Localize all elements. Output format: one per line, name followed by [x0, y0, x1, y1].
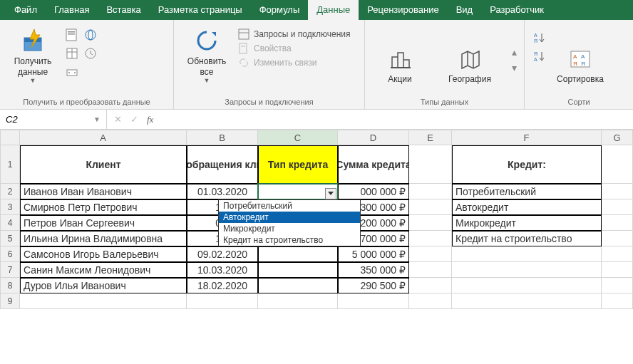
row-header[interactable]: 8	[0, 278, 20, 293]
recent-sources-icon[interactable]	[83, 46, 98, 61]
header-type[interactable]: Тип кредита	[258, 145, 338, 184]
cell[interactable]	[452, 246, 602, 262]
sort-asc-button[interactable]: AЯ	[532, 30, 547, 46]
cell[interactable]	[409, 145, 452, 184]
dropdown-item[interactable]: Потребительский	[219, 200, 360, 212]
from-text-icon[interactable]	[64, 27, 80, 43]
cell-type[interactable]	[258, 262, 338, 278]
cell-client[interactable]: Ильина Ирина Владимировна	[20, 231, 187, 246]
credit-list-item[interactable]: Автокредит	[452, 199, 602, 215]
cancel-icon[interactable]: ✕	[114, 114, 122, 125]
sort-button[interactable]: АЯАЯ Сортировка	[552, 23, 609, 85]
cell[interactable]	[409, 231, 452, 246]
dropdown-item[interactable]: Микрокредит	[219, 223, 360, 234]
chevron-down-icon[interactable]: ▼	[93, 115, 101, 123]
tab-вставка[interactable]: Вставка	[98, 0, 149, 20]
cell[interactable]	[409, 293, 452, 309]
cell[interactable]	[602, 231, 633, 246]
tab-главная[interactable]: Главная	[46, 0, 98, 20]
dropdown-item[interactable]: Кредит на строительство	[219, 234, 360, 246]
name-box-input[interactable]	[6, 114, 63, 125]
cell[interactable]	[409, 184, 452, 199]
cell-client[interactable]: Иванов Иван Иванович	[20, 184, 187, 199]
name-box[interactable]: ▼	[0, 110, 107, 129]
cell[interactable]	[409, 278, 452, 293]
cell-sum[interactable]: 290 500 ₽	[338, 278, 409, 293]
cell[interactable]	[409, 199, 452, 215]
cell-client[interactable]: Санин Максим Леонидович	[20, 262, 187, 278]
chevron-up-icon[interactable]: ▴	[512, 46, 517, 58]
header-credit[interactable]: Кредит:	[452, 145, 602, 184]
cell-client[interactable]: Самсонов Игорь Валерьевич	[20, 246, 187, 262]
cell[interactable]	[409, 262, 452, 278]
cell[interactable]	[602, 215, 633, 231]
cell[interactable]	[602, 184, 633, 199]
tab-разработчик[interactable]: Разработчик	[481, 0, 552, 20]
cell[interactable]	[602, 293, 633, 309]
refresh-all-button[interactable]: Обновить все ▼	[181, 23, 232, 85]
tab-формулы[interactable]: Формулы	[251, 0, 309, 20]
stocks-button[interactable]: Акции	[372, 23, 428, 85]
col-header-a[interactable]: A	[20, 130, 187, 145]
dropdown-item[interactable]: Автокредит	[219, 212, 360, 223]
cell[interactable]	[452, 278, 602, 293]
cell-sum[interactable]: 000 000 ₽	[338, 184, 409, 199]
cell-client[interactable]: Дуров Илья Иванович	[20, 278, 187, 293]
sort-desc-button[interactable]: ЯA	[532, 48, 547, 64]
header-date[interactable]: Дата обращения клиента	[187, 145, 258, 184]
row-header[interactable]: 2	[0, 184, 20, 199]
cell[interactable]	[602, 145, 633, 184]
tab-рецензирование[interactable]: Рецензирование	[359, 0, 447, 20]
cell[interactable]	[409, 215, 452, 231]
col-header-e[interactable]: E	[409, 130, 452, 145]
cell-sum[interactable]: 5 000 000 ₽	[338, 246, 409, 262]
enter-icon[interactable]: ✓	[130, 114, 138, 125]
credit-list-item[interactable]: Потребительский	[452, 184, 602, 199]
tab-вид[interactable]: Вид	[448, 0, 482, 20]
row-header[interactable]: 6	[0, 246, 20, 262]
cell-date[interactable]: 18.02.2020	[187, 278, 258, 293]
cell[interactable]	[602, 246, 633, 262]
header-sum[interactable]: Сумма кредита	[338, 145, 409, 184]
cell[interactable]	[602, 199, 633, 215]
cell[interactable]	[187, 293, 258, 309]
col-header-f[interactable]: F	[452, 130, 602, 145]
col-header-b[interactable]: B	[187, 130, 258, 145]
row-header[interactable]: 1	[0, 145, 20, 184]
cell-type[interactable]	[258, 246, 338, 262]
formula-input[interactable]	[160, 110, 633, 129]
row-header[interactable]: 4	[0, 215, 20, 231]
row-header[interactable]: 5	[0, 231, 20, 246]
cell[interactable]	[602, 262, 633, 278]
tab-файл[interactable]: Файл	[6, 0, 46, 20]
header-client[interactable]: Клиент	[20, 145, 187, 184]
col-header-d[interactable]: D	[338, 130, 409, 145]
tab-данные[interactable]: Данные	[308, 0, 359, 20]
cell-date[interactable]: 10.03.2020	[187, 262, 258, 278]
existing-conn-icon[interactable]	[64, 64, 80, 80]
cell[interactable]	[452, 262, 602, 278]
cell-date[interactable]: 01.03.2020	[187, 184, 258, 199]
cell-type[interactable]	[258, 278, 338, 293]
row-header[interactable]: 7	[0, 262, 20, 278]
cell[interactable]	[452, 293, 602, 309]
credit-list-item[interactable]: Кредит на строительство	[452, 231, 602, 246]
from-table-icon[interactable]	[64, 46, 80, 61]
tab-разметка страницы[interactable]: Разметка страницы	[150, 0, 251, 20]
fx-icon[interactable]: fx	[147, 114, 153, 125]
cell[interactable]	[258, 293, 338, 309]
cell[interactable]	[409, 246, 452, 262]
row-header[interactable]: 9	[0, 293, 20, 309]
from-web-icon[interactable]	[83, 27, 98, 43]
data-validation-dropdown-list[interactable]: ПотребительскийАвтокредитМикрокредитКред…	[218, 199, 361, 246]
cell[interactable]	[338, 293, 409, 309]
data-validation-dropdown-button[interactable]	[325, 188, 336, 199]
chevron-down-icon[interactable]: ▾	[512, 62, 517, 73]
select-all-corner[interactable]	[0, 130, 20, 145]
row-header[interactable]: 3	[0, 199, 20, 215]
cell-client[interactable]: Смирнов Петр Петрович	[20, 199, 187, 215]
geography-button[interactable]: География	[442, 23, 498, 85]
cell-sum[interactable]: 350 000 ₽	[338, 262, 409, 278]
cell[interactable]	[20, 293, 187, 309]
col-header-g[interactable]: G	[602, 130, 633, 145]
